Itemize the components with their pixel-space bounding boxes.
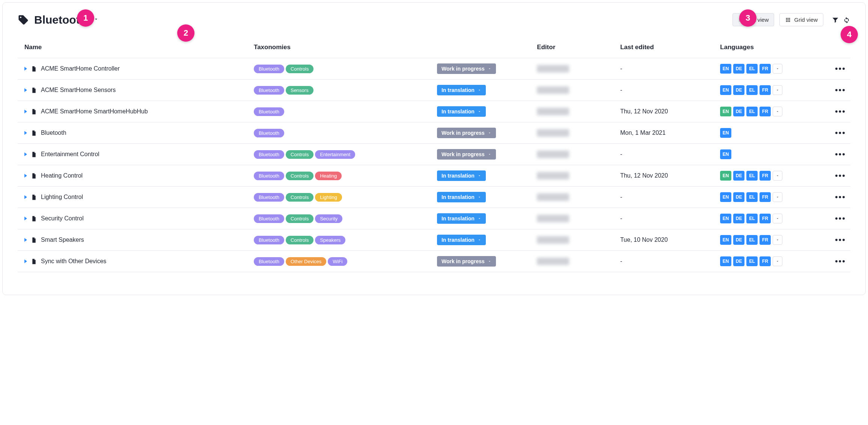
language-chip[interactable]: EN — [720, 85, 731, 95]
status-dropdown[interactable]: In translation — [437, 106, 486, 117]
more-actions[interactable]: ••• — [835, 192, 846, 202]
item-name[interactable]: Security Control — [41, 215, 84, 222]
language-chip[interactable]: EL — [746, 235, 758, 245]
item-name[interactable]: ACME SmartHome Controller — [41, 65, 120, 72]
taxonomy-tag[interactable]: Controls — [286, 236, 313, 244]
status-dropdown[interactable]: Work in progress — [437, 128, 496, 138]
expand-toggle[interactable] — [24, 152, 27, 156]
language-expand[interactable] — [773, 64, 782, 74]
status-dropdown[interactable]: Work in progress — [437, 149, 496, 160]
status-dropdown[interactable]: Work in progress — [437, 256, 496, 267]
col-name[interactable]: Name — [18, 39, 251, 58]
expand-toggle[interactable] — [24, 110, 27, 113]
taxonomy-tag[interactable]: Controls — [286, 150, 313, 159]
taxonomy-tag[interactable]: Bluetooth — [254, 129, 284, 137]
language-chip[interactable]: EN — [720, 64, 731, 74]
item-name[interactable]: Lighting Control — [41, 194, 83, 200]
expand-toggle[interactable] — [24, 238, 27, 242]
language-chip[interactable]: EN — [720, 256, 731, 266]
language-chip[interactable]: EN — [720, 128, 731, 138]
language-chip[interactable]: EN — [720, 214, 731, 223]
taxonomy-tag[interactable]: Security — [315, 214, 342, 223]
expand-toggle[interactable] — [24, 88, 27, 92]
language-expand[interactable] — [773, 235, 782, 245]
language-chip[interactable]: EN — [720, 149, 731, 159]
more-actions[interactable]: ••• — [835, 107, 846, 116]
taxonomy-tag[interactable]: Controls — [286, 65, 313, 73]
language-chip[interactable]: DE — [733, 256, 744, 266]
language-chip[interactable]: EL — [746, 107, 758, 116]
taxonomy-tag[interactable]: Controls — [286, 193, 313, 202]
taxonomy-tag[interactable]: Bluetooth — [254, 257, 284, 266]
expand-toggle[interactable] — [24, 131, 27, 135]
language-chip[interactable]: FR — [760, 214, 771, 223]
status-dropdown[interactable]: In translation — [437, 170, 486, 181]
language-chip[interactable]: EL — [746, 192, 758, 202]
col-taxonomies[interactable]: Taxonomies — [251, 39, 434, 58]
language-chip[interactable]: EN — [720, 171, 731, 181]
taxonomy-tag[interactable]: Controls — [286, 214, 313, 223]
status-dropdown[interactable]: In translation — [437, 85, 486, 95]
language-chip[interactable]: EL — [746, 85, 758, 95]
more-actions[interactable]: ••• — [835, 214, 846, 223]
language-chip[interactable]: EL — [746, 171, 758, 181]
language-chip[interactable]: EN — [720, 107, 731, 116]
status-dropdown[interactable]: In translation — [437, 213, 486, 224]
more-actions[interactable]: ••• — [835, 235, 846, 244]
taxonomy-tag[interactable]: Bluetooth — [254, 107, 284, 116]
item-name[interactable]: Smart Speakers — [41, 237, 84, 243]
language-chip[interactable]: EN — [720, 192, 731, 202]
taxonomy-tag[interactable]: Heating — [315, 172, 342, 180]
language-expand[interactable] — [773, 214, 782, 223]
taxonomy-tag[interactable]: WiFi — [328, 257, 347, 266]
taxonomy-tag[interactable]: Bluetooth — [254, 214, 284, 223]
status-dropdown[interactable]: Work in progress — [437, 63, 496, 74]
expand-toggle[interactable] — [24, 217, 27, 220]
expand-toggle[interactable] — [24, 195, 27, 199]
language-chip[interactable]: DE — [733, 214, 744, 223]
item-name[interactable]: ACME SmartHome Sensors — [41, 87, 116, 93]
more-actions[interactable]: ••• — [835, 171, 846, 180]
language-chip[interactable]: FR — [760, 235, 771, 245]
expand-toggle[interactable] — [24, 259, 27, 263]
filter-icon[interactable] — [832, 16, 839, 24]
expand-toggle[interactable] — [24, 67, 27, 71]
taxonomy-tag[interactable]: Bluetooth — [254, 65, 284, 73]
language-chip[interactable]: EL — [746, 214, 758, 223]
refresh-icon[interactable] — [843, 16, 850, 24]
taxonomy-tag[interactable]: Entertainment — [315, 150, 355, 159]
language-chip[interactable]: DE — [733, 85, 744, 95]
item-name[interactable]: ACME SmartHome SmartHomeHubHub — [41, 108, 148, 115]
language-expand[interactable] — [773, 171, 782, 181]
language-chip[interactable]: FR — [760, 256, 771, 266]
language-chip[interactable]: EL — [746, 64, 758, 74]
col-languages[interactable]: Languages — [717, 39, 825, 58]
taxonomy-tag[interactable]: Bluetooth — [254, 150, 284, 159]
language-chip[interactable]: FR — [760, 107, 771, 116]
language-chip[interactable]: FR — [760, 171, 771, 181]
language-chip[interactable]: DE — [733, 192, 744, 202]
grid-view-button[interactable]: Grid view — [779, 13, 823, 26]
taxonomy-tag[interactable]: Bluetooth — [254, 172, 284, 180]
item-name[interactable]: Bluetooth — [41, 130, 66, 136]
language-chip[interactable]: EN — [720, 235, 731, 245]
language-expand[interactable] — [773, 256, 782, 266]
col-editor[interactable]: Editor — [534, 39, 617, 58]
language-chip[interactable]: DE — [733, 171, 744, 181]
language-chip[interactable]: DE — [733, 235, 744, 245]
language-chip[interactable]: EL — [746, 256, 758, 266]
language-chip[interactable]: DE — [733, 64, 744, 74]
language-expand[interactable] — [773, 85, 782, 95]
more-actions[interactable]: ••• — [835, 128, 846, 137]
taxonomy-tag[interactable]: Bluetooth — [254, 193, 284, 202]
taxonomy-tag[interactable]: Speakers — [315, 236, 345, 244]
status-dropdown[interactable]: In translation — [437, 192, 486, 202]
taxonomy-tag[interactable]: Other Devices — [286, 257, 326, 266]
status-dropdown[interactable]: In translation — [437, 235, 486, 245]
language-chip[interactable]: FR — [760, 85, 771, 95]
language-chip[interactable]: FR — [760, 192, 771, 202]
more-actions[interactable]: ••• — [835, 64, 846, 73]
more-actions[interactable]: ••• — [835, 256, 846, 266]
taxonomy-tag[interactable]: Lighting — [315, 193, 342, 202]
language-expand[interactable] — [773, 107, 782, 116]
